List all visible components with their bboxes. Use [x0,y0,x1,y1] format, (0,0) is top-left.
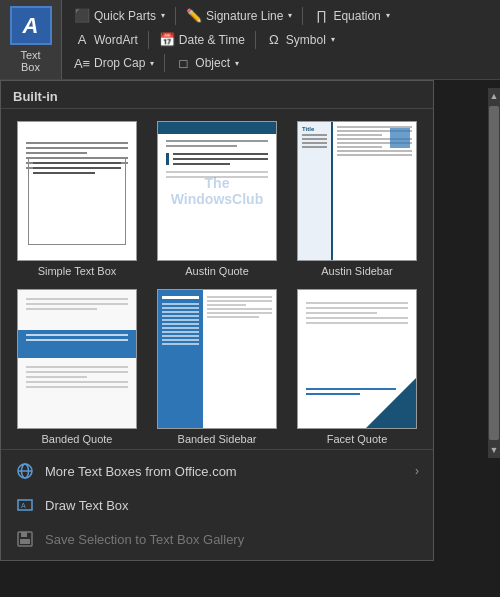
svg-rect-7 [20,539,30,544]
sym-arrow: ▾ [331,35,335,44]
equation-button[interactable]: ∏ Equation ▾ [307,6,395,26]
sidebar-s-line [302,134,327,136]
bsd-r-line [207,312,272,314]
thumb-line [26,147,128,149]
main-line [337,150,412,152]
save-selection-item: Save Selection to Text Box Gallery [1,522,433,556]
save-selection-label: Save Selection to Text Box Gallery [45,532,244,547]
bq-lower-line [26,376,87,378]
text-box-label: Text [20,49,40,61]
sidebar-accent: Title [298,122,333,260]
quick-parts-icon: ⬛ [74,8,90,24]
template-austin-quote[interactable]: The WindowsClub Austin Quote [149,117,285,281]
bsd-line [162,319,199,321]
template-banded-quote[interactable]: Banded Quote [9,285,145,449]
object-button[interactable]: □ Object ▾ [169,53,245,73]
word-art-icon: A [74,32,90,48]
panel-footer: More Text Boxes from Office.com › A Draw… [1,449,433,560]
bsd-r-line [207,300,272,302]
word-art-button[interactable]: A WordArt [68,30,144,50]
bsd-r-line [207,308,272,310]
main-line [337,154,412,156]
bsd-r-line [207,296,272,298]
text-box-button[interactable]: Text Box [0,0,62,79]
bq-band-line [26,339,128,341]
more-text-boxes-item[interactable]: More Text Boxes from Office.com › [1,454,433,488]
bq-line [26,308,97,310]
bq-line [26,298,128,300]
aq-header [158,122,276,134]
symbol-icon: Ω [266,32,282,48]
ribbon: Text Box ⬛ Quick Parts ▾ ✏️ Signature Li… [0,0,500,80]
template-austin-sidebar[interactable]: Title Aust [289,117,425,281]
bq-lower-line [26,386,128,388]
bsd-r-line [207,304,246,306]
ribbon-right: ⬛ Quick Parts ▾ ✏️ Signature Line ▾ ∏ Eq… [62,0,500,79]
bsd-line [162,311,199,313]
templates-grid: Simple Text Box The WindowsClub [1,109,433,449]
thumb-banded-sidebar [157,289,277,429]
bq-lower-line [26,366,128,368]
web-icon [15,461,35,481]
draw-icon: A [15,495,35,515]
drop-cap-button[interactable]: A≡ Drop Cap ▾ [68,53,160,73]
template-label-austin-sidebar: Austin Sidebar [321,265,393,277]
scroll-down-button[interactable]: ▼ [488,442,500,458]
bsd-title [162,296,199,299]
dc-arrow: ▾ [150,59,154,68]
draw-text-box-label: Draw Text Box [45,498,129,513]
bsd-line [162,307,199,309]
thumb-austin-sidebar: Title [297,121,417,261]
symbol-button[interactable]: Ω Symbol ▾ [260,30,341,50]
fq-accent [306,388,396,398]
template-facet-quote[interactable]: Facet Quote [289,285,425,449]
text-box-icon [10,6,52,45]
bsd-line [162,315,199,317]
fq-lines [306,302,408,327]
scroll-track[interactable]: ▲ ▼ [488,88,500,458]
bq-band-text [26,334,128,344]
svg-text:A: A [21,502,26,509]
bq-lower-line [26,371,128,373]
thumb-facet-quote [297,289,417,429]
ribbon-row-1: ⬛ Quick Parts ▾ ✏️ Signature Line ▾ ∏ Eq… [62,4,500,28]
bsd-line [162,339,199,341]
divider-5 [164,54,165,72]
bq-line [26,303,128,305]
bsd-main [203,290,276,428]
fq-line [306,307,408,309]
draw-text-box-item[interactable]: A Draw Text Box [1,488,433,522]
template-simple-text-box[interactable]: Simple Text Box [9,117,145,281]
fq-line [306,322,408,324]
scroll-thumb[interactable] [489,106,499,440]
scroll-up-button[interactable]: ▲ [488,88,500,104]
signature-line-button[interactable]: ✏️ Signature Line ▾ [180,6,298,26]
divider-1 [175,7,176,25]
signature-icon: ✏️ [186,8,202,24]
ribbon-row-2: A WordArt 📅 Date & Time Ω Symbol ▾ [62,28,500,52]
template-banded-sidebar[interactable]: Banded Sidebar [149,285,285,449]
thumb-austin-quote: The WindowsClub [157,121,277,261]
bsd-line [162,335,199,337]
bq-lines [26,298,128,313]
fq-line [306,312,377,314]
save-icon [15,529,35,549]
bsd-line [162,323,199,325]
thumb-line [26,142,128,144]
date-time-button[interactable]: 📅 Date & Time [153,30,251,50]
template-label-simple: Simple Text Box [38,265,117,277]
bsd-line [162,331,199,333]
quick-parts-button[interactable]: ⬛ Quick Parts ▾ [68,6,171,26]
thumb-simple-text-box [17,121,137,261]
bsd-r-line [207,316,259,318]
bsd-line [162,327,199,329]
obj-arrow: ▾ [235,59,239,68]
drop-cap-icon: A≡ [74,55,90,71]
quick-parts-arrow: ▾ [161,11,165,20]
template-label-banded-sidebar: Banded Sidebar [178,433,257,445]
sidebar-title: Title [302,126,327,132]
bq-lower-line [26,381,128,383]
bsd-sidebar [158,290,203,428]
divider-2 [302,7,303,25]
fq-line [306,302,408,304]
